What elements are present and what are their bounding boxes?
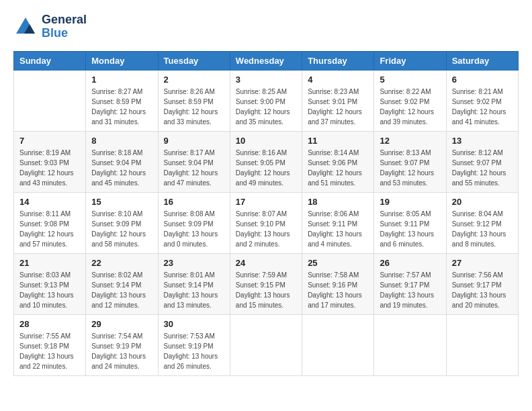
- day-info: Sunrise: 8:21 AMSunset: 9:02 PMDaylight:…: [452, 87, 513, 127]
- day-cell: 12Sunrise: 8:13 AMSunset: 9:07 PMDayligh…: [374, 131, 446, 192]
- day-number: 20: [452, 197, 513, 207]
- day-number: 29: [91, 319, 152, 329]
- weekday-header-row: SundayMondayTuesdayWednesdayThursdayFrid…: [14, 51, 519, 70]
- day-number: 9: [164, 136, 224, 146]
- day-number: 7: [19, 136, 80, 146]
- day-cell: 15Sunrise: 8:10 AMSunset: 9:09 PMDayligh…: [86, 192, 158, 253]
- day-number: 25: [308, 258, 368, 268]
- day-info: Sunrise: 7:53 AMSunset: 9:19 PMDaylight:…: [164, 331, 224, 371]
- logo-text: General Blue: [42, 13, 87, 40]
- day-number: 4: [308, 75, 368, 85]
- weekday-tuesday: Tuesday: [158, 51, 230, 70]
- day-info: Sunrise: 8:01 AMSunset: 9:14 PMDaylight:…: [164, 270, 224, 310]
- day-cell: 17Sunrise: 8:07 AMSunset: 9:10 PMDayligh…: [230, 192, 302, 253]
- day-info: Sunrise: 8:10 AMSunset: 9:09 PMDaylight:…: [91, 209, 152, 249]
- day-number: 26: [380, 258, 440, 268]
- day-cell: 14Sunrise: 8:11 AMSunset: 9:08 PMDayligh…: [14, 192, 86, 253]
- day-cell: 6Sunrise: 8:21 AMSunset: 9:02 PMDaylight…: [446, 70, 518, 131]
- day-info: Sunrise: 7:58 AMSunset: 9:16 PMDaylight:…: [308, 270, 368, 310]
- day-cell: 18Sunrise: 8:06 AMSunset: 9:11 PMDayligh…: [302, 192, 374, 253]
- day-info: Sunrise: 8:13 AMSunset: 9:07 PMDaylight:…: [380, 148, 440, 188]
- day-number: 14: [19, 197, 80, 207]
- day-number: 22: [91, 258, 152, 268]
- day-cell: 26Sunrise: 7:57 AMSunset: 9:17 PMDayligh…: [374, 253, 446, 314]
- day-info: Sunrise: 7:54 AMSunset: 9:19 PMDaylight:…: [91, 331, 152, 371]
- day-number: 17: [236, 197, 296, 207]
- day-cell: 8Sunrise: 8:18 AMSunset: 9:04 PMDaylight…: [86, 131, 158, 192]
- day-cell: 1Sunrise: 8:27 AMSunset: 8:59 PMDaylight…: [86, 70, 158, 131]
- day-cell: [230, 314, 302, 375]
- day-number: 15: [91, 197, 152, 207]
- day-info: Sunrise: 8:26 AMSunset: 8:59 PMDaylight:…: [164, 87, 224, 127]
- day-info: Sunrise: 8:12 AMSunset: 9:07 PMDaylight:…: [452, 148, 513, 188]
- day-cell: 7Sunrise: 8:19 AMSunset: 9:03 PMDaylight…: [14, 131, 86, 192]
- day-cell: 28Sunrise: 7:55 AMSunset: 9:18 PMDayligh…: [14, 314, 86, 375]
- day-number: 21: [19, 258, 80, 268]
- day-number: 28: [19, 319, 80, 329]
- day-number: 1: [91, 75, 152, 85]
- week-row-3: 14Sunrise: 8:11 AMSunset: 9:08 PMDayligh…: [14, 192, 519, 253]
- day-cell: 4Sunrise: 8:23 AMSunset: 9:01 PMDaylight…: [302, 70, 374, 131]
- day-info: Sunrise: 8:27 AMSunset: 8:59 PMDaylight:…: [91, 87, 152, 127]
- week-row-2: 7Sunrise: 8:19 AMSunset: 9:03 PMDaylight…: [14, 131, 519, 192]
- day-cell: [374, 314, 446, 375]
- logo-icon: [13, 15, 38, 39]
- week-row-5: 28Sunrise: 7:55 AMSunset: 9:18 PMDayligh…: [14, 314, 519, 375]
- day-info: Sunrise: 7:59 AMSunset: 9:15 PMDaylight:…: [236, 270, 296, 310]
- day-cell: 10Sunrise: 8:16 AMSunset: 9:05 PMDayligh…: [230, 131, 302, 192]
- day-number: 23: [164, 258, 224, 268]
- day-info: Sunrise: 8:04 AMSunset: 9:12 PMDaylight:…: [452, 209, 513, 249]
- day-number: 8: [91, 136, 152, 146]
- day-number: 3: [236, 75, 296, 85]
- logo: General Blue: [13, 13, 87, 40]
- weekday-sunday: Sunday: [14, 51, 86, 70]
- page-header: General Blue: [13, 13, 519, 40]
- day-number: 11: [308, 136, 368, 146]
- day-cell: 30Sunrise: 7:53 AMSunset: 9:19 PMDayligh…: [158, 314, 230, 375]
- day-info: Sunrise: 8:16 AMSunset: 9:05 PMDaylight:…: [236, 148, 296, 188]
- day-number: 5: [380, 75, 440, 85]
- day-number: 19: [380, 197, 440, 207]
- day-cell: 27Sunrise: 7:56 AMSunset: 9:17 PMDayligh…: [446, 253, 518, 314]
- weekday-saturday: Saturday: [446, 51, 518, 70]
- day-info: Sunrise: 8:19 AMSunset: 9:03 PMDaylight:…: [19, 148, 80, 188]
- day-cell: 2Sunrise: 8:26 AMSunset: 8:59 PMDaylight…: [158, 70, 230, 131]
- day-info: Sunrise: 7:56 AMSunset: 9:17 PMDaylight:…: [452, 270, 513, 310]
- day-cell: 29Sunrise: 7:54 AMSunset: 9:19 PMDayligh…: [86, 314, 158, 375]
- day-cell: 11Sunrise: 8:14 AMSunset: 9:06 PMDayligh…: [302, 131, 374, 192]
- day-cell: 3Sunrise: 8:25 AMSunset: 9:00 PMDaylight…: [230, 70, 302, 131]
- day-cell: 9Sunrise: 8:17 AMSunset: 9:04 PMDaylight…: [158, 131, 230, 192]
- day-number: 12: [380, 136, 440, 146]
- day-cell: 13Sunrise: 8:12 AMSunset: 9:07 PMDayligh…: [446, 131, 518, 192]
- day-info: Sunrise: 8:03 AMSunset: 9:13 PMDaylight:…: [19, 270, 80, 310]
- day-number: 27: [452, 258, 513, 268]
- day-number: 16: [164, 197, 224, 207]
- day-info: Sunrise: 8:08 AMSunset: 9:09 PMDaylight:…: [164, 209, 224, 249]
- day-cell: [302, 314, 374, 375]
- weekday-wednesday: Wednesday: [230, 51, 302, 70]
- day-info: Sunrise: 8:14 AMSunset: 9:06 PMDaylight:…: [308, 148, 368, 188]
- day-info: Sunrise: 8:25 AMSunset: 9:00 PMDaylight:…: [236, 87, 296, 127]
- day-cell: 19Sunrise: 8:05 AMSunset: 9:11 PMDayligh…: [374, 192, 446, 253]
- day-info: Sunrise: 8:22 AMSunset: 9:02 PMDaylight:…: [380, 87, 440, 127]
- calendar-table: SundayMondayTuesdayWednesdayThursdayFrid…: [13, 51, 519, 376]
- day-info: Sunrise: 8:23 AMSunset: 9:01 PMDaylight:…: [308, 87, 368, 127]
- day-number: 2: [164, 75, 224, 85]
- day-number: 18: [308, 197, 368, 207]
- day-info: Sunrise: 8:05 AMSunset: 9:11 PMDaylight:…: [380, 209, 440, 249]
- day-info: Sunrise: 8:17 AMSunset: 9:04 PMDaylight:…: [164, 148, 224, 188]
- day-cell: 22Sunrise: 8:02 AMSunset: 9:14 PMDayligh…: [86, 253, 158, 314]
- day-number: 13: [452, 136, 513, 146]
- day-info: Sunrise: 8:02 AMSunset: 9:14 PMDaylight:…: [91, 270, 152, 310]
- week-row-1: 1Sunrise: 8:27 AMSunset: 8:59 PMDaylight…: [14, 70, 519, 131]
- day-number: 30: [164, 319, 224, 329]
- day-cell: 25Sunrise: 7:58 AMSunset: 9:16 PMDayligh…: [302, 253, 374, 314]
- day-cell: 23Sunrise: 8:01 AMSunset: 9:14 PMDayligh…: [158, 253, 230, 314]
- day-cell: 20Sunrise: 8:04 AMSunset: 9:12 PMDayligh…: [446, 192, 518, 253]
- week-row-4: 21Sunrise: 8:03 AMSunset: 9:13 PMDayligh…: [14, 253, 519, 314]
- day-cell: 21Sunrise: 8:03 AMSunset: 9:13 PMDayligh…: [14, 253, 86, 314]
- day-cell: 24Sunrise: 7:59 AMSunset: 9:15 PMDayligh…: [230, 253, 302, 314]
- day-info: Sunrise: 8:07 AMSunset: 9:10 PMDaylight:…: [236, 209, 296, 249]
- day-cell: 16Sunrise: 8:08 AMSunset: 9:09 PMDayligh…: [158, 192, 230, 253]
- day-number: 6: [452, 75, 513, 85]
